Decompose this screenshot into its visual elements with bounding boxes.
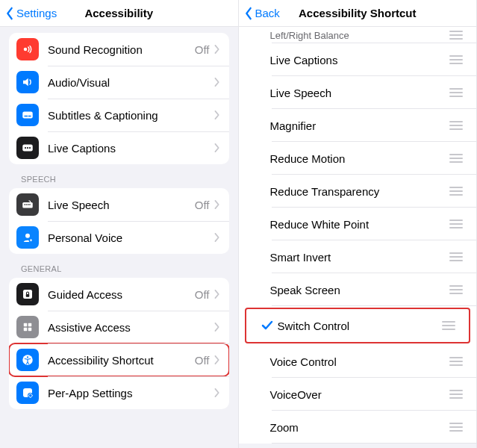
svg-rect-18 (28, 323, 32, 327)
row-label: Voice Control (270, 355, 447, 368)
row-magnifier[interactable]: Magnifier (239, 109, 477, 142)
row-label: Live Speech (48, 199, 195, 211)
chevron-right-icon (214, 45, 220, 54)
drag-handle-icon[interactable] (446, 282, 466, 297)
checkmark-icon (257, 320, 278, 332)
chevron-left-icon (4, 7, 15, 20)
row-label: Live Speech (270, 87, 447, 99)
svg-point-22 (27, 356, 28, 358)
row-label: Live Captions (48, 142, 214, 155)
svg-point-6 (27, 147, 28, 149)
drag-handle-icon[interactable] (446, 52, 466, 67)
perapp-icon (16, 382, 39, 404)
row-voice-control[interactable]: Voice Control (239, 345, 477, 378)
right-scroll[interactable]: Left/Right BalanceLive CaptionsLive Spee… (239, 27, 477, 448)
speaker-icon (16, 71, 39, 93)
drag-handle-icon[interactable] (446, 354, 466, 369)
navbar-left: Settings Accessibility (0, 0, 238, 27)
row-reduce-white-point[interactable]: Reduce White Point (239, 208, 477, 240)
row-label: Zoom (270, 421, 447, 434)
shortcut-list: Left/Right BalanceLive CaptionsLive Spee… (239, 27, 477, 444)
row-personal-voice[interactable]: Personal Voice (9, 221, 229, 254)
row-reduce-motion[interactable]: Reduce Motion (239, 142, 477, 175)
row-label: Accessibility Shortcut (48, 354, 195, 367)
row-label: Audio/Visual (48, 76, 214, 89)
svg-rect-3 (28, 116, 31, 117)
back-button-settings[interactable]: Settings (0, 7, 57, 20)
row-label: Left/Right Balance (270, 30, 447, 41)
row-label: Live Captions (270, 54, 447, 66)
accessibility-shortcut-pane: Back Accessibility Shortcut Left/Right B… (239, 0, 478, 448)
settings-group: Live SpeechOffPersonal Voice (9, 188, 229, 254)
svg-point-5 (25, 147, 26, 149)
left-scroll[interactable]: Sound RecognitionOffAudio/VisualSubtitle… (0, 27, 238, 448)
row-label: Sound Recognition (48, 43, 195, 56)
drag-handle-icon[interactable] (446, 249, 466, 264)
drag-handle-icon[interactable] (446, 118, 466, 133)
row-sound-recognition[interactable]: Sound RecognitionOff (9, 33, 229, 66)
row-label: Smart Invert (270, 251, 447, 264)
chevron-right-icon (214, 323, 220, 332)
drag-handle-icon[interactable] (446, 184, 466, 199)
row-subtitles[interactable]: Subtitles & Captioning (9, 99, 229, 131)
row-smart-invert[interactable]: Smart Invert (239, 240, 477, 273)
sound-icon (16, 38, 39, 60)
caption-icon (16, 104, 39, 126)
row-live-speech[interactable]: Live Speech (239, 76, 477, 109)
row-audio-visual[interactable]: Audio/Visual (9, 66, 229, 99)
chevron-right-icon (214, 388, 220, 397)
drag-handle-icon[interactable] (446, 85, 466, 100)
section-header: GENERAL (0, 254, 238, 278)
navbar-right: Back Accessibility Shortcut (239, 0, 477, 27)
row-label: Subtitles & Captioning (48, 109, 214, 122)
row-label: Speak Screen (270, 284, 447, 296)
svg-point-7 (29, 147, 31, 149)
back-button[interactable]: Back (239, 7, 280, 20)
drag-handle-icon[interactable] (446, 151, 466, 166)
row-status: Off (195, 288, 210, 301)
row-accessibility-shortcut[interactable]: Accessibility ShortcutOff (9, 343, 229, 376)
row-partial-top[interactable]: Left/Right Balance (239, 27, 477, 43)
drag-handle-icon[interactable] (446, 387, 466, 402)
chevron-right-icon (214, 143, 220, 152)
row-label: Reduce Transparency (270, 185, 447, 198)
row-assistive-access[interactable]: Assistive Access (9, 311, 229, 343)
svg-rect-16 (26, 294, 30, 297)
drag-handle-icon[interactable] (446, 28, 466, 43)
row-speak-screen[interactable]: Speak Screen (239, 273, 477, 306)
lock-icon (16, 283, 39, 305)
row-label: Per-App Settings (48, 387, 214, 399)
chevron-right-icon (214, 355, 220, 364)
back-label: Back (255, 7, 280, 19)
chevron-right-icon (214, 78, 220, 87)
svg-rect-2 (25, 116, 28, 117)
row-zoom[interactable]: Zoom (239, 411, 477, 444)
row-label: Switch Control (278, 320, 440, 332)
row-label: Reduce White Point (270, 218, 447, 231)
row-switch-control[interactable]: Switch Control (246, 309, 470, 342)
livecap-icon (16, 137, 39, 159)
section-header: SPEECH (0, 164, 238, 188)
chevron-right-icon (214, 111, 220, 119)
svg-rect-12 (29, 204, 31, 205)
svg-rect-20 (28, 328, 32, 332)
row-per-app[interactable]: Per-App Settings (9, 376, 229, 409)
row-label: Reduce Motion (270, 152, 447, 165)
row-label: Personal Voice (48, 231, 214, 244)
row-voiceover[interactable]: VoiceOver (239, 378, 477, 411)
row-reduce-transparency[interactable]: Reduce Transparency (239, 175, 477, 208)
drag-handle-icon[interactable] (439, 318, 458, 333)
settings-group: Guided AccessOffAssistive AccessAccessib… (9, 278, 229, 409)
keyboard-icon (16, 193, 39, 216)
row-live-captions[interactable]: Live Captions (9, 131, 229, 164)
drag-handle-icon[interactable] (446, 420, 466, 435)
drag-handle-icon[interactable] (446, 217, 466, 231)
grid-icon (16, 316, 39, 338)
svg-rect-11 (28, 204, 29, 205)
row-live-captions[interactable]: Live Captions (239, 43, 477, 76)
row-live-speech[interactable]: Live SpeechOff (9, 188, 229, 221)
svg-point-13 (25, 234, 30, 238)
row-status: Off (195, 354, 210, 367)
chevron-left-icon (243, 7, 254, 20)
row-guided-access[interactable]: Guided AccessOff (9, 278, 229, 311)
